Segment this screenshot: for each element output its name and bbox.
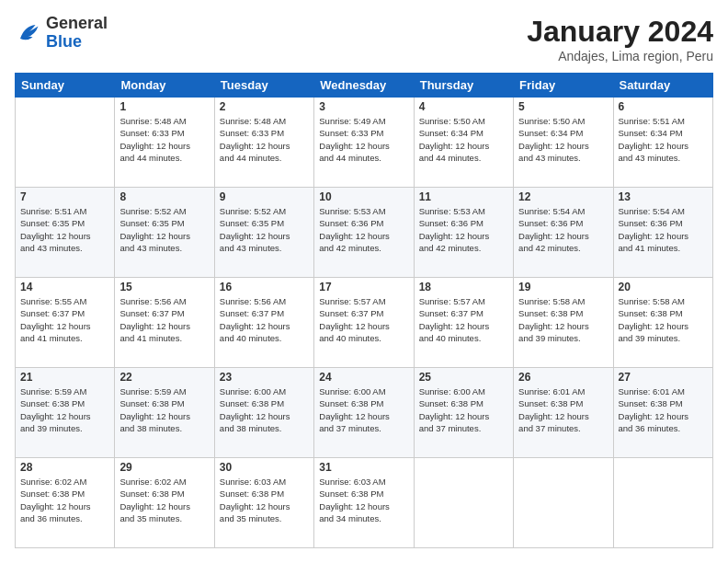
logo-general-text: General — [46, 15, 108, 33]
day-info: Sunrise: 5:54 AM Sunset: 6:36 PM Dayligh… — [518, 205, 608, 254]
day-number: 21 — [20, 371, 109, 384]
day-info: Sunrise: 6:01 AM Sunset: 6:38 PM Dayligh… — [518, 385, 608, 434]
day-info: Sunrise: 5:59 AM Sunset: 6:38 PM Dayligh… — [20, 385, 109, 434]
calendar-cell: 17Sunrise: 5:57 AM Sunset: 6:37 PM Dayli… — [314, 278, 414, 368]
calendar-cell: 5Sunrise: 5:50 AM Sunset: 6:34 PM Daylig… — [514, 98, 613, 188]
day-number: 19 — [518, 281, 608, 293]
day-number: 1 — [119, 100, 209, 113]
title-area: January 2024 Andajes, Lima region, Peru — [527, 15, 713, 63]
day-info: Sunrise: 5:56 AM Sunset: 6:37 PM Dayligh… — [220, 295, 309, 344]
calendar-cell: 10Sunrise: 5:53 AM Sunset: 6:36 PM Dayli… — [314, 188, 414, 278]
day-info: Sunrise: 5:48 AM Sunset: 6:33 PM Dayligh… — [220, 115, 309, 164]
calendar-cell: 30Sunrise: 6:03 AM Sunset: 6:38 PM Dayli… — [214, 458, 313, 548]
day-info: Sunrise: 5:58 AM Sunset: 6:38 PM Dayligh… — [518, 295, 608, 344]
calendar-week-row: 14Sunrise: 5:55 AM Sunset: 6:37 PM Dayli… — [16, 278, 713, 368]
day-info: Sunrise: 5:57 AM Sunset: 6:37 PM Dayligh… — [419, 295, 508, 344]
logo-bird-icon — [15, 19, 42, 47]
calendar-cell: 3Sunrise: 5:49 AM Sunset: 6:33 PM Daylig… — [314, 98, 414, 188]
calendar-cell: 8Sunrise: 5:52 AM Sunset: 6:35 PM Daylig… — [115, 188, 214, 278]
calendar-header-row: SundayMondayTuesdayWednesdayThursdayFrid… — [16, 74, 713, 98]
calendar-day-header: Saturday — [613, 74, 712, 98]
calendar-cell: 12Sunrise: 5:54 AM Sunset: 6:36 PM Dayli… — [514, 188, 613, 278]
logo-blue-text: Blue — [46, 33, 108, 52]
day-number: 29 — [119, 461, 209, 474]
calendar-day-header: Thursday — [414, 74, 513, 98]
calendar-cell: 28Sunrise: 6:02 AM Sunset: 6:38 PM Dayli… — [16, 458, 115, 548]
calendar-cell: 21Sunrise: 5:59 AM Sunset: 6:38 PM Dayli… — [16, 368, 115, 458]
calendar-cell: 15Sunrise: 5:56 AM Sunset: 6:37 PM Dayli… — [115, 278, 214, 368]
day-number: 11 — [419, 190, 508, 203]
day-info: Sunrise: 5:50 AM Sunset: 6:34 PM Dayligh… — [419, 115, 508, 164]
day-number: 3 — [319, 100, 408, 113]
header: General Blue January 2024 Andajes, Lima … — [15, 15, 713, 63]
calendar-cell: 31Sunrise: 6:03 AM Sunset: 6:38 PM Dayli… — [314, 458, 414, 548]
day-number: 13 — [619, 190, 708, 203]
day-info: Sunrise: 5:51 AM Sunset: 6:35 PM Dayligh… — [20, 205, 109, 254]
calendar-week-row: 28Sunrise: 6:02 AM Sunset: 6:38 PM Dayli… — [16, 458, 713, 548]
day-number: 20 — [619, 281, 708, 293]
day-number: 14 — [20, 281, 109, 293]
calendar-week-row: 1Sunrise: 5:48 AM Sunset: 6:33 PM Daylig… — [16, 98, 713, 188]
day-number: 24 — [319, 371, 408, 384]
day-info: Sunrise: 6:03 AM Sunset: 6:38 PM Dayligh… — [220, 476, 309, 524]
calendar-cell: 22Sunrise: 5:59 AM Sunset: 6:38 PM Dayli… — [115, 368, 214, 458]
day-number: 22 — [119, 371, 209, 384]
calendar-week-row: 7Sunrise: 5:51 AM Sunset: 6:35 PM Daylig… — [16, 188, 713, 278]
day-number: 28 — [20, 461, 109, 474]
calendar-cell: 19Sunrise: 5:58 AM Sunset: 6:38 PM Dayli… — [514, 278, 613, 368]
day-number: 17 — [319, 281, 408, 293]
day-info: Sunrise: 5:52 AM Sunset: 6:35 PM Dayligh… — [220, 205, 309, 254]
calendar-day-header: Sunday — [16, 74, 115, 98]
calendar-cell — [16, 98, 115, 188]
day-number: 8 — [119, 190, 209, 203]
calendar-cell: 6Sunrise: 5:51 AM Sunset: 6:34 PM Daylig… — [613, 98, 712, 188]
day-number: 2 — [220, 100, 309, 113]
calendar-cell — [414, 458, 513, 548]
day-info: Sunrise: 5:57 AM Sunset: 6:37 PM Dayligh… — [319, 295, 408, 344]
calendar-cell: 27Sunrise: 6:01 AM Sunset: 6:38 PM Dayli… — [613, 368, 712, 458]
day-number: 5 — [518, 100, 608, 113]
day-info: Sunrise: 5:50 AM Sunset: 6:34 PM Dayligh… — [518, 115, 608, 164]
logo: General Blue — [15, 15, 108, 52]
calendar-day-header: Monday — [115, 74, 214, 98]
calendar-cell: 4Sunrise: 5:50 AM Sunset: 6:34 PM Daylig… — [414, 98, 513, 188]
day-number: 23 — [220, 371, 309, 384]
day-info: Sunrise: 5:53 AM Sunset: 6:36 PM Dayligh… — [319, 205, 408, 254]
day-number: 12 — [518, 190, 608, 203]
day-number: 31 — [319, 461, 408, 474]
calendar-cell: 18Sunrise: 5:57 AM Sunset: 6:37 PM Dayli… — [414, 278, 513, 368]
calendar-day-header: Tuesday — [214, 74, 313, 98]
day-info: Sunrise: 5:55 AM Sunset: 6:37 PM Dayligh… — [20, 295, 109, 344]
calendar-cell: 29Sunrise: 6:02 AM Sunset: 6:38 PM Dayli… — [115, 458, 214, 548]
calendar-cell: 13Sunrise: 5:54 AM Sunset: 6:36 PM Dayli… — [613, 188, 712, 278]
calendar-cell: 9Sunrise: 5:52 AM Sunset: 6:35 PM Daylig… — [214, 188, 313, 278]
day-info: Sunrise: 5:58 AM Sunset: 6:38 PM Dayligh… — [619, 295, 708, 344]
day-number: 30 — [220, 461, 309, 474]
calendar-cell: 11Sunrise: 5:53 AM Sunset: 6:36 PM Dayli… — [414, 188, 513, 278]
calendar-cell: 16Sunrise: 5:56 AM Sunset: 6:37 PM Dayli… — [214, 278, 313, 368]
subtitle: Andajes, Lima region, Peru — [527, 49, 713, 63]
day-info: Sunrise: 5:51 AM Sunset: 6:34 PM Dayligh… — [619, 115, 708, 164]
page: General Blue January 2024 Andajes, Lima … — [0, 0, 728, 563]
day-info: Sunrise: 6:00 AM Sunset: 6:38 PM Dayligh… — [419, 385, 508, 434]
calendar-cell: 14Sunrise: 5:55 AM Sunset: 6:37 PM Dayli… — [16, 278, 115, 368]
calendar-cell — [613, 458, 712, 548]
day-info: Sunrise: 5:48 AM Sunset: 6:33 PM Dayligh… — [119, 115, 209, 164]
day-info: Sunrise: 5:59 AM Sunset: 6:38 PM Dayligh… — [119, 385, 209, 434]
day-info: Sunrise: 6:00 AM Sunset: 6:38 PM Dayligh… — [319, 385, 408, 434]
calendar-week-row: 21Sunrise: 5:59 AM Sunset: 6:38 PM Dayli… — [16, 368, 713, 458]
day-info: Sunrise: 6:03 AM Sunset: 6:38 PM Dayligh… — [319, 476, 408, 524]
day-number: 25 — [419, 371, 508, 384]
day-number: 9 — [220, 190, 309, 203]
day-number: 15 — [119, 281, 209, 293]
day-info: Sunrise: 6:01 AM Sunset: 6:38 PM Dayligh… — [619, 385, 708, 434]
calendar-day-header: Friday — [514, 74, 613, 98]
day-number: 7 — [20, 190, 109, 203]
calendar-cell — [514, 458, 613, 548]
calendar-cell: 2Sunrise: 5:48 AM Sunset: 6:33 PM Daylig… — [214, 98, 313, 188]
day-number: 4 — [419, 100, 508, 113]
calendar-cell: 26Sunrise: 6:01 AM Sunset: 6:38 PM Dayli… — [514, 368, 613, 458]
calendar-cell: 7Sunrise: 5:51 AM Sunset: 6:35 PM Daylig… — [16, 188, 115, 278]
day-number: 27 — [619, 371, 708, 384]
day-info: Sunrise: 6:02 AM Sunset: 6:38 PM Dayligh… — [20, 476, 109, 524]
